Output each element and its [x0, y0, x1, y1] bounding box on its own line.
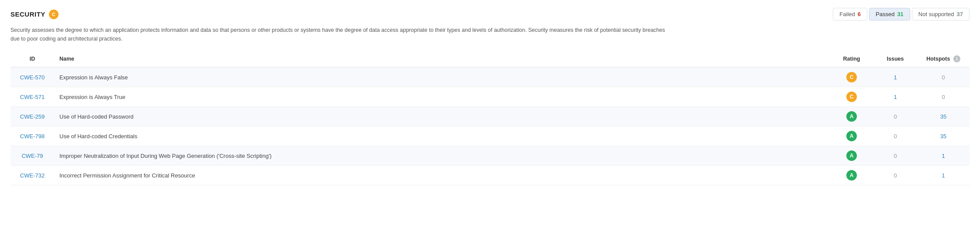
table-row: CWE-570Expression is Always FalseC10 — [10, 67, 970, 87]
id-link[interactable]: CWE-732 — [20, 172, 45, 179]
cell-rating: C — [830, 87, 873, 107]
cell-id: CWE-570 — [10, 67, 54, 87]
id-link[interactable]: CWE-79 — [21, 153, 43, 159]
rating-circle: A — [846, 150, 857, 161]
cell-hotspots: 1 — [917, 146, 970, 166]
tab-not-supported-count: 37 — [957, 11, 963, 17]
hotspots-link[interactable]: 1 — [942, 153, 945, 159]
table-row: CWE-79Improper Neutralization of Input D… — [10, 146, 970, 166]
cell-hotspots: 1 — [917, 166, 970, 185]
cell-hotspots: 0 — [917, 67, 970, 87]
cell-hotspots: 35 — [917, 126, 970, 146]
id-link[interactable]: CWE-571 — [20, 94, 45, 100]
hotspots-link[interactable]: 35 — [940, 113, 946, 120]
cell-issues: 1 — [873, 87, 917, 107]
table-row: CWE-571Expression is Always TrueC10 — [10, 87, 970, 107]
cell-name: Expression is Always False — [54, 67, 830, 87]
col-header-issues: Issues — [873, 51, 917, 67]
cell-name: Use of Hard-coded Password — [54, 107, 830, 126]
cell-name: Expression is Always True — [54, 87, 830, 107]
rating-circle: A — [846, 111, 857, 122]
cell-hotspots: 35 — [917, 107, 970, 126]
hotspots-value: 0 — [942, 94, 945, 100]
cell-id: CWE-732 — [10, 166, 54, 185]
issues-value: 0 — [894, 153, 897, 159]
cell-rating: A — [830, 166, 873, 185]
tab-not-supported[interactable]: Not supported 37 — [912, 8, 970, 20]
cell-name: Incorrect Permission Assignment for Crit… — [54, 166, 830, 185]
tab-failed[interactable]: Failed 6 — [833, 8, 867, 20]
cell-rating: A — [830, 146, 873, 166]
table-header-row: ID Name Rating Issues Hotspots i — [10, 51, 970, 67]
cell-name: Use of Hard-coded Credentials — [54, 126, 830, 146]
cell-issues: 0 — [873, 146, 917, 166]
col-header-name: Name — [54, 51, 830, 67]
section-description: Security assesses the degree to which an… — [10, 26, 666, 43]
table-row: CWE-259Use of Hard-coded PasswordA035 — [10, 107, 970, 126]
page-title: SECURITY — [10, 10, 45, 18]
tab-passed-count: 31 — [897, 11, 903, 17]
id-link[interactable]: CWE-259 — [20, 113, 45, 120]
security-page: SECURITY C Failed 6 Passed 31 Not suppor… — [0, 0, 980, 193]
issues-link[interactable]: 1 — [894, 94, 897, 100]
id-link[interactable]: CWE-570 — [20, 74, 45, 81]
cell-rating: C — [830, 67, 873, 87]
issues-link[interactable]: 1 — [894, 74, 897, 81]
cell-id: CWE-259 — [10, 107, 54, 126]
cell-issues: 0 — [873, 166, 917, 185]
cell-issues: 1 — [873, 67, 917, 87]
header-row: SECURITY C Failed 6 Passed 31 Not suppor… — [10, 8, 970, 20]
issues-value: 0 — [894, 172, 897, 179]
cell-rating: A — [830, 126, 873, 146]
cell-issues: 0 — [873, 126, 917, 146]
tab-not-supported-label: Not supported — [918, 11, 954, 17]
cell-name: Improper Neutralization of Input During … — [54, 146, 830, 166]
rating-circle: C — [846, 92, 857, 102]
col-header-rating: Rating — [830, 51, 873, 67]
cell-issues: 0 — [873, 107, 917, 126]
col-header-hotspots: Hotspots i — [917, 51, 970, 67]
issues-value: 0 — [894, 133, 897, 140]
header-rating-badge: C — [49, 10, 59, 19]
table-row: CWE-732Incorrect Permission Assignment f… — [10, 166, 970, 185]
cell-hotspots: 0 — [917, 87, 970, 107]
hotspots-info-icon[interactable]: i — [953, 55, 960, 62]
id-link[interactable]: CWE-798 — [20, 133, 45, 140]
cell-id: CWE-798 — [10, 126, 54, 146]
cell-rating: A — [830, 107, 873, 126]
rating-circle: C — [846, 72, 857, 82]
tab-failed-count: 6 — [858, 11, 861, 17]
hotspots-link[interactable]: 1 — [942, 172, 945, 179]
cell-id: CWE-571 — [10, 87, 54, 107]
issues-value: 0 — [894, 113, 897, 120]
filter-tabs: Failed 6 Passed 31 Not supported 37 — [833, 8, 970, 20]
rating-circle: A — [846, 170, 857, 181]
title-area: SECURITY C — [10, 10, 59, 19]
table-row: CWE-798Use of Hard-coded CredentialsA035 — [10, 126, 970, 146]
col-header-id: ID — [10, 51, 54, 67]
cell-id: CWE-79 — [10, 146, 54, 166]
rating-circle: A — [846, 131, 857, 141]
tab-failed-label: Failed — [839, 11, 855, 17]
security-table: ID Name Rating Issues Hotspots i CWE-570… — [10, 51, 970, 185]
tab-passed-label: Passed — [876, 11, 894, 17]
hotspots-link[interactable]: 35 — [940, 133, 946, 140]
hotspots-value: 0 — [942, 74, 945, 81]
tab-passed[interactable]: Passed 31 — [869, 8, 910, 20]
